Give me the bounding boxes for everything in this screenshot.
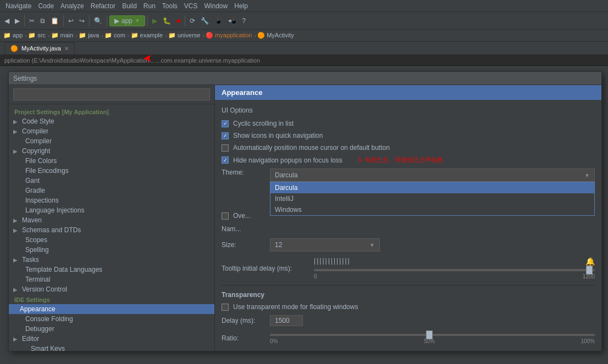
tree-item-label: Scopes [25, 236, 47, 244]
breadcrumb-java[interactable]: 📁 java [79, 32, 104, 39]
tick: | [322, 257, 324, 266]
tooltip-row: Tooltip initial delay (ms): ||||||||||||… [222, 257, 595, 279]
breadcrumb-myapp[interactable]: 🔴 myapplication [206, 32, 257, 39]
auto-position-checkbox[interactable] [222, 144, 229, 152]
tree-item-version-control[interactable]: ▶ Version Control [9, 284, 214, 294]
tree-item-debugger[interactable]: Debugger [9, 324, 214, 334]
menu-vcs[interactable]: VCS [181, 1, 201, 11]
gradle-button[interactable]: 🔧 [198, 14, 211, 27]
back-button[interactable]: ◀ [2, 14, 12, 27]
menu-help[interactable]: Help [231, 1, 251, 11]
tree-item-editor[interactable]: ▶ Editor [9, 334, 214, 344]
theme-dropdown-popup: Darcula IntelliJ Windows [270, 182, 595, 216]
tree-item-tasks[interactable]: ▶ Tasks [9, 255, 214, 265]
debug-button[interactable]: 🐛 [161, 14, 173, 27]
sync-button[interactable]: ⟳ [187, 14, 197, 27]
tree-item-gradle[interactable]: Gradle [9, 186, 214, 195]
theme-option-intellij[interactable]: IntelliJ [270, 193, 594, 204]
stop-button[interactable]: ■ [174, 14, 183, 27]
ratio-slider-thumb[interactable] [426, 331, 433, 339]
ratio-row: Ratio: 0% 50% 100% [222, 332, 595, 344]
menu-run[interactable]: Run [140, 1, 159, 11]
tree-item-copyright[interactable]: ▶ Copyright [9, 146, 214, 156]
menu-navigate[interactable]: Navigate [2, 1, 35, 11]
theme-option-darcula[interactable]: Darcula [270, 182, 594, 193]
tree-item-spelling[interactable]: Spelling [9, 245, 214, 255]
breadcrumb-com[interactable]: 📁 com [104, 32, 131, 39]
cut-button[interactable]: ✂ [27, 14, 37, 27]
undo-button[interactable]: ↩ [66, 14, 76, 27]
tree-item-scopes[interactable]: Scopes [9, 235, 214, 245]
ratio-slider-track[interactable] [270, 334, 595, 336]
theme-dropdown[interactable]: Darcula ▼ Darcula IntelliJ Windows [270, 169, 595, 182]
run-app-button[interactable]: ▶ app ▼ [109, 15, 145, 26]
tab-bar: 🟠 MyActivity.java ✕ [0, 42, 608, 55]
show-icons-checkbox[interactable] [222, 132, 229, 139]
menu-window[interactable]: Window [201, 1, 231, 11]
menu-refactor[interactable]: Refactor [87, 1, 119, 11]
breadcrumb-example[interactable]: 📁 example [131, 32, 168, 39]
tree-item-maven[interactable]: ▶ Maven [9, 215, 214, 225]
tree-item-schemas[interactable]: ▶ Schemas and DTDs [9, 225, 214, 235]
tree-item-file-colors[interactable]: File Colors [9, 156, 214, 166]
tree-item-compiler1[interactable]: ▶ Compiler [9, 126, 214, 136]
cyclic-scrolling-checkbox[interactable] [222, 120, 229, 127]
transparent-mode-checkbox[interactable] [222, 304, 229, 311]
arrow-icon: ▶ [13, 287, 18, 293]
redo-button[interactable]: ↪ [77, 14, 87, 27]
settings-dialog: Settings Project Settings [My Applicatio… [8, 71, 602, 351]
menu-analyze[interactable]: Analyze [57, 1, 87, 11]
breadcrumb-app[interactable]: 📁 app [3, 32, 28, 39]
dialog-title: Settings [13, 75, 37, 82]
tree-item-label: Appearance [20, 305, 56, 313]
menu-build[interactable]: Build [119, 1, 140, 11]
panel-title: Appearance [222, 88, 262, 97]
sdk-button[interactable]: 📱 [212, 14, 225, 27]
tree-item-label: Tasks [22, 256, 39, 264]
dropdown-arrow-icon: ▼ [135, 18, 140, 24]
breadcrumb-src[interactable]: 📁 src [28, 32, 51, 39]
tree-item-appearance[interactable]: Appearance [9, 304, 214, 314]
menu-code[interactable]: Code [35, 1, 57, 11]
breadcrumb-label: 📁 app [3, 32, 23, 39]
slider-track[interactable] [314, 269, 595, 271]
tree-item-console-folding[interactable]: Console Folding [9, 314, 214, 324]
delay-input[interactable]: 1500 [270, 315, 303, 326]
tab-myactivity[interactable]: 🟠 MyActivity.java ✕ [4, 42, 75, 54]
override-checkbox[interactable] [222, 212, 229, 220]
search-button[interactable]: 🔍 [92, 14, 104, 27]
tree-item-gant[interactable]: Gant [9, 176, 214, 186]
breadcrumb-label: 📁 universe [168, 32, 201, 39]
tree-item-terminal[interactable]: Terminal [9, 275, 214, 284]
tree-item-file-encodings[interactable]: File Encodings [9, 166, 214, 176]
breadcrumb-myactivity[interactable]: 🟠 MyActivity [257, 32, 297, 39]
tree-item-smart-keys[interactable]: Smart Keys [9, 344, 214, 351]
help-button[interactable]: ? [240, 14, 248, 27]
forward-button[interactable]: ▶ [13, 14, 22, 27]
tree-item-compiler2[interactable]: Compiler [9, 136, 214, 146]
tree-item-code-style[interactable]: ▶ Code Style [9, 116, 214, 126]
tick: | [314, 257, 316, 266]
breadcrumb-main[interactable]: 📁 main [51, 32, 79, 39]
breadcrumb-universe[interactable]: 📁 universe [168, 32, 206, 39]
size-dropdown[interactable]: 12 ▼ [270, 238, 380, 251]
tooltip-slider[interactable]: ||||||||||||| 🔔 0 1200 [314, 257, 595, 279]
play-button[interactable]: ▶ [150, 14, 159, 27]
tab-close-icon[interactable]: ✕ [64, 46, 69, 52]
size-dropdown-button[interactable]: 12 ▼ [270, 238, 380, 251]
name-label: Nam... [222, 225, 266, 233]
theme-option-windows[interactable]: Windows [270, 204, 594, 215]
tree-item-language-injections[interactable]: Language Injections [9, 205, 214, 215]
ratio-slider[interactable]: 0% 50% 100% [270, 332, 595, 344]
copy-button[interactable]: ⧉ [38, 14, 47, 27]
avd-button[interactable]: 📲 [226, 14, 239, 27]
slider-thumb[interactable] [586, 266, 593, 275]
paste-button[interactable]: 📋 [48, 14, 61, 27]
tree-item-template-data[interactable]: Template Data Languages [9, 265, 214, 275]
menu-tools[interactable]: Tools [159, 1, 181, 11]
hide-popups-checkbox[interactable] [222, 156, 229, 164]
tree-item-inspections[interactable]: Inspections [9, 195, 214, 205]
settings-search-input[interactable] [13, 88, 210, 100]
theme-dropdown-button[interactable]: Darcula ▼ [270, 169, 595, 182]
arrow-icon: ▶ [13, 217, 18, 223]
